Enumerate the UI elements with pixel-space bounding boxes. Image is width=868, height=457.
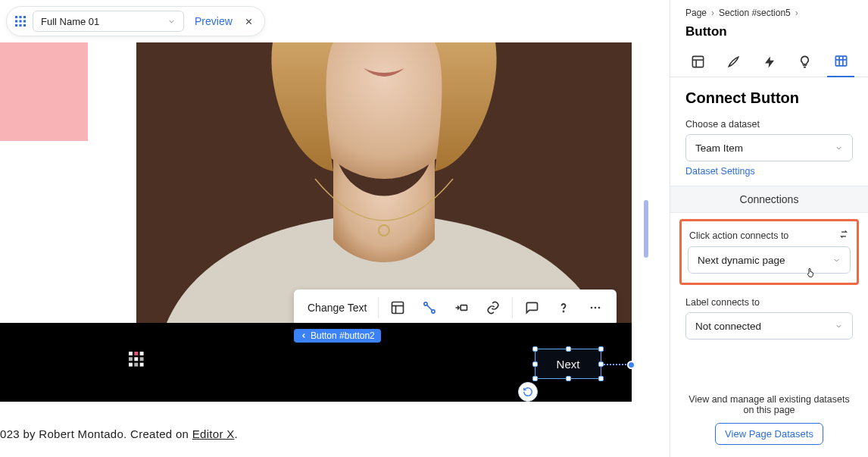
resize-handle[interactable] [598, 362, 604, 367]
svg-point-11 [595, 307, 597, 309]
element-toolbar: Change Text [294, 290, 617, 326]
social-icons[interactable] [129, 352, 147, 370]
svg-point-10 [591, 307, 593, 309]
photo-svg [136, 42, 632, 323]
inspector-title: Button [670, 18, 868, 47]
apps-icon[interactable] [14, 15, 27, 27]
svg-rect-30 [23, 24, 26, 27]
chevron-down-icon [832, 256, 841, 264]
resize-handle[interactable] [566, 346, 571, 352]
svg-point-9 [564, 311, 564, 312]
label-connects-label: Label connects to [670, 294, 868, 312]
dataset-settings-link[interactable]: Dataset Settings [670, 166, 868, 186]
svg-rect-20 [134, 363, 138, 367]
toolbar-separator [512, 297, 513, 318]
inspector-panel: Page › Section #section5 › Button Connec… [670, 0, 868, 457]
selection-label-text: Button #button2 [311, 330, 375, 341]
hero-photo [136, 42, 632, 323]
close-icon[interactable] [243, 15, 255, 27]
layout-icon[interactable] [382, 294, 413, 321]
chevron-down-icon [167, 17, 176, 26]
comment-icon[interactable] [517, 294, 547, 321]
chevron-right-icon: › [795, 8, 798, 18]
tab-data-icon[interactable] [827, 47, 854, 77]
resize-handle[interactable] [566, 376, 571, 381]
selection-label: Button #button2 [294, 329, 381, 343]
tab-actions-icon[interactable] [756, 47, 783, 77]
svg-rect-28 [15, 24, 17, 27]
tab-design-icon[interactable] [720, 47, 747, 77]
svg-rect-25 [15, 20, 17, 22]
link-icon[interactable] [478, 294, 508, 321]
svg-rect-21 [140, 363, 144, 367]
resize-handle[interactable] [532, 376, 538, 381]
svg-rect-29 [19, 24, 21, 27]
design-icon[interactable] [446, 294, 476, 321]
cursor-hand-icon [804, 267, 816, 279]
svg-rect-17 [134, 357, 138, 361]
next-button-text: Next [557, 358, 580, 371]
resize-handle[interactable] [598, 376, 604, 381]
svg-point-7 [432, 310, 435, 313]
connect-title: Connect Button [670, 77, 868, 116]
snap-point[interactable] [627, 361, 635, 369]
selected-next-button[interactable]: Next [535, 349, 601, 379]
preview-button[interactable]: Preview [190, 15, 237, 27]
undo-badge[interactable] [518, 382, 538, 402]
svg-rect-19 [129, 363, 133, 367]
svg-rect-18 [140, 357, 144, 361]
click-action-select[interactable]: Next dynamic page [688, 246, 851, 274]
page-footer-credit: 023 by Robert Montado. Created on Editor… [0, 427, 238, 442]
label-connects-select[interactable]: Not connected [685, 312, 853, 340]
design-canvas: Change Text [0, 0, 670, 457]
chevron-down-icon [835, 144, 843, 152]
view-page-datasets-button[interactable]: View Page Datasets [715, 423, 823, 445]
dropdown-value: Full Name 01 [41, 16, 99, 27]
svg-rect-3 [392, 302, 404, 314]
click-action-value: Next dynamic page [698, 255, 785, 266]
dataset-select-value: Team Item [695, 142, 743, 154]
dataset-select[interactable]: Team Item [685, 134, 853, 161]
breadcrumb-section[interactable]: Section #section5 [719, 8, 791, 18]
svg-rect-16 [129, 357, 133, 361]
tab-layout-icon[interactable] [684, 47, 711, 77]
dataset-item-dropdown[interactable]: Full Name 01 [33, 11, 184, 32]
datasets-footer-msg: View and manage all existing datasets on… [685, 394, 853, 415]
swap-icon[interactable] [838, 229, 849, 242]
svg-rect-23 [19, 16, 21, 18]
snap-guide [604, 364, 626, 365]
inspector-footer: View and manage all existing datasets on… [670, 385, 868, 457]
svg-rect-14 [134, 352, 138, 355]
svg-rect-26 [19, 20, 21, 22]
svg-rect-33 [692, 56, 703, 67]
toolbar-separator [378, 297, 379, 318]
svg-rect-22 [15, 16, 17, 18]
svg-rect-36 [835, 56, 846, 66]
canvas-scrollbar-thumb[interactable] [644, 200, 648, 258]
resize-handle[interactable] [598, 346, 604, 352]
svg-rect-8 [461, 305, 467, 311]
animation-icon[interactable] [414, 294, 445, 321]
chevron-down-icon [835, 322, 843, 330]
stage: Change Text [0, 42, 632, 414]
change-text-button[interactable]: Change Text [300, 294, 374, 321]
click-action-label: Click action connects to [689, 230, 788, 241]
choose-dataset-label: Choose a dataset [670, 116, 868, 134]
connections-header: Connections [670, 186, 868, 213]
svg-point-6 [424, 302, 427, 305]
pink-block [0, 42, 88, 141]
resize-handle[interactable] [532, 346, 538, 352]
tab-tips-icon[interactable] [792, 47, 819, 77]
inspector-tabs [670, 47, 868, 77]
more-icon[interactable] [580, 294, 610, 321]
help-icon[interactable] [548, 294, 579, 321]
svg-rect-24 [23, 16, 26, 18]
breadcrumb: Page › Section #section5 › [670, 0, 868, 18]
editor-x-link[interactable]: Editor X [192, 427, 235, 440]
label-connects-value: Not connected [695, 321, 761, 332]
svg-rect-15 [140, 352, 144, 355]
resize-handle[interactable] [532, 362, 538, 367]
breadcrumb-page[interactable]: Page [685, 8, 707, 18]
svg-rect-13 [129, 352, 133, 355]
click-action-highlight: Click action connects to Next dynamic pa… [679, 219, 859, 285]
